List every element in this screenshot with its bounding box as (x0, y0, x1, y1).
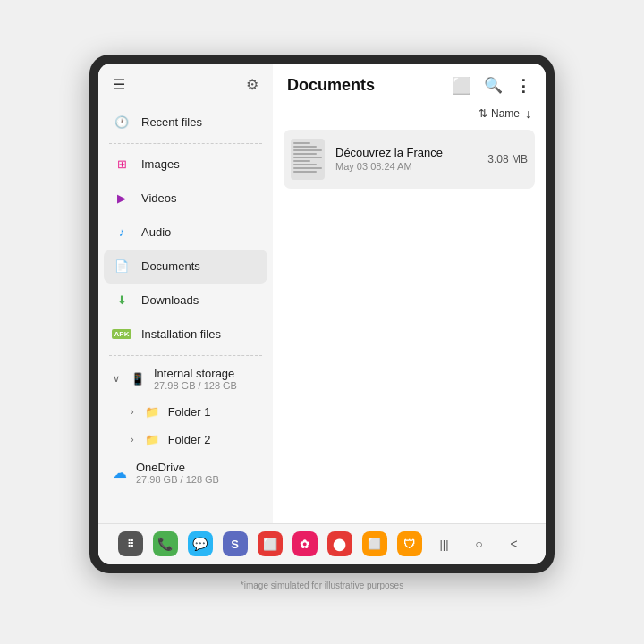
sidebar-item-downloads[interactable]: ⬇ Downloads (98, 284, 273, 318)
folder-icon-1: 📁 (145, 405, 159, 419)
thumb-line (293, 157, 322, 158)
chevron-right-icon-2: › (131, 434, 134, 445)
thumb-line (293, 153, 317, 155)
file-item[interactable]: Découvrez la France May 03 08:24 AM 3.08… (284, 130, 535, 189)
device-frame: ☰ ⚙ 🕐 Recent files ⊞ Images (89, 55, 555, 573)
app-icon-browser[interactable]: S (223, 531, 248, 556)
apk-icon: APK (113, 326, 131, 343)
image-icon: ⊞ (113, 156, 131, 174)
search-icon[interactable]: 🔍 (484, 76, 503, 95)
sidebar-item-folder1[interactable]: › 📁 Folder 1 (98, 398, 273, 426)
sidebar-item-onedrive[interactable]: ☁ OneDrive 27.98 GB / 128 GB (98, 453, 273, 492)
storage-icon: 📱 (131, 372, 145, 386)
sidebar-label-videos: Videos (141, 191, 177, 205)
sidebar-item-audio[interactable]: ♪ Audio (98, 216, 273, 250)
thumb-line (293, 146, 317, 148)
app-icon-bixby[interactable]: ✿ (292, 531, 318, 556)
thumb-line (293, 142, 310, 144)
nav-divider-2 (109, 355, 262, 356)
sidebar-item-folder2[interactable]: › 📁 Folder 2 (98, 426, 273, 453)
onedrive-sub: 27.98 GB / 128 GB (136, 474, 219, 485)
chevron-down-icon: ∨ (113, 373, 120, 385)
sidebar-item-recent[interactable]: 🕐 Recent files (98, 106, 273, 140)
sidebar-label-documents: Documents (141, 259, 200, 273)
recent-apps-button[interactable]: ||| (432, 531, 457, 556)
doc-icon: 📄 (113, 258, 131, 275)
app-icon-camera[interactable]: ⬤ (327, 531, 352, 556)
app-icon-messages[interactable]: 💬 (188, 531, 213, 556)
sidebar-label-folder2: Folder 2 (168, 433, 211, 446)
main-header: Documents ⬜ 🔍 ⋮ (273, 64, 546, 103)
sort-button[interactable]: ⇅ Name (479, 107, 520, 120)
chevron-right-icon-1: › (131, 406, 134, 417)
thumb-line (293, 171, 317, 173)
sidebar-label-folder1: Folder 1 (168, 405, 211, 419)
hamburger-icon[interactable]: ☰ (113, 76, 125, 93)
sidebar-item-documents[interactable]: 📄 Documents (104, 250, 267, 284)
sidebar-nav: 🕐 Recent files ⊞ Images ▶ Videos (98, 102, 273, 523)
folder-icon-2: 📁 (145, 433, 159, 446)
sort-label: Name (491, 107, 520, 120)
footer-caption: *image simulated for illustrative purpos… (241, 580, 403, 590)
sidebar-item-installation[interactable]: APK Installation files (98, 318, 273, 352)
thumb-line (293, 167, 322, 169)
sidebar-label-recent: Recent files (141, 115, 202, 129)
device-screen: ☰ ⚙ 🕐 Recent files ⊞ Images (98, 64, 546, 564)
file-size: 3.08 MB (487, 153, 528, 165)
sidebar-label-onedrive: OneDrive (136, 461, 219, 474)
page-title: Documents (287, 76, 375, 95)
sort-icon: ⇅ (479, 107, 487, 120)
onedrive-label-group: OneDrive 27.98 GB / 128 GB (136, 461, 219, 485)
file-name: Découvrez la France (335, 146, 477, 159)
gear-icon[interactable]: ⚙ (246, 76, 258, 93)
file-list: Découvrez la France May 03 08:24 AM 3.08… (273, 126, 546, 192)
video-icon: ▶ (113, 190, 131, 208)
sidebar-header: ☰ ⚙ (98, 64, 273, 102)
sidebar-item-images[interactable]: ⊞ Images (98, 148, 273, 182)
file-info: Découvrez la France May 03 08:24 AM (335, 146, 477, 172)
app-icon-shield[interactable]: 🛡 (397, 531, 422, 556)
file-thumb-lines (291, 139, 325, 176)
sidebar-label-installation: Installation files (141, 327, 221, 341)
more-options-icon[interactable]: ⋮ (515, 76, 531, 96)
sidebar-label-internal: Internal storage (154, 367, 237, 380)
app-area: ☰ ⚙ 🕐 Recent files ⊞ Images (98, 64, 546, 523)
sort-bar: ⇅ Name ↓ (273, 103, 546, 126)
header-actions: ⬜ 🔍 ⋮ (452, 76, 531, 96)
clock-icon: 🕐 (113, 114, 131, 131)
bottom-bar: ⠿ 📞 💬 S ⬜ ✿ ⬤ ⬜ 🛡 ||| ○ < (98, 523, 546, 564)
sidebar-label-images: Images (141, 157, 180, 171)
sidebar-label-audio: Audio (141, 225, 171, 239)
thumb-line (293, 149, 322, 151)
storage-label-group: Internal storage 27.98 GB / 128 GB (154, 367, 237, 391)
nav-divider-1 (109, 143, 262, 144)
main-content: Documents ⬜ 🔍 ⋮ ⇅ Name ↓ (273, 64, 546, 523)
app-icon-gallery[interactable]: ⬜ (362, 531, 387, 556)
sidebar-item-internal-storage[interactable]: ∨ 📱 Internal storage 27.98 GB / 128 GB (98, 360, 273, 398)
sort-direction-icon[interactable]: ↓ (525, 106, 531, 121)
nav-divider-3 (109, 496, 262, 496)
thumb-line (293, 160, 310, 162)
file-thumbnail (291, 139, 325, 180)
app-icon-tasks[interactable]: ⬜ (258, 531, 283, 556)
download-icon: ⬇ (113, 292, 131, 309)
sidebar-item-videos[interactable]: ▶ Videos (98, 182, 273, 216)
sidebar-label-downloads: Downloads (141, 293, 199, 307)
app-icon-grid[interactable]: ⠿ (118, 531, 143, 556)
app-icon-phone[interactable]: 📞 (153, 531, 178, 556)
home-button[interactable]: ○ (467, 531, 492, 556)
file-date: May 03 08:24 AM (335, 161, 477, 172)
new-folder-icon[interactable]: ⬜ (452, 76, 471, 96)
onedrive-icon: ☁ (113, 464, 127, 481)
internal-storage-sub: 27.98 GB / 128 GB (154, 380, 237, 391)
audio-icon: ♪ (113, 224, 131, 242)
thumb-line (293, 164, 317, 165)
sidebar: ☰ ⚙ 🕐 Recent files ⊞ Images (98, 64, 273, 523)
back-button[interactable]: < (502, 531, 527, 556)
